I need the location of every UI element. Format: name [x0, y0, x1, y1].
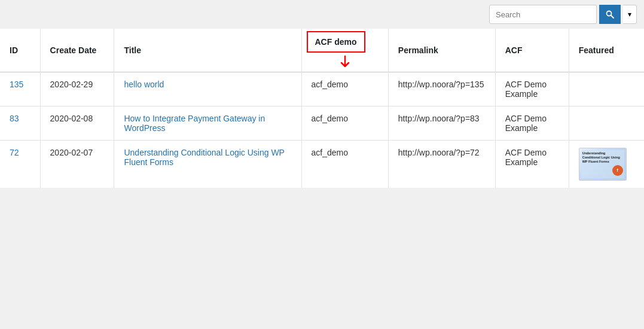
table-row: 83 2020-02-08 How to Integrate Payment G…	[0, 106, 644, 141]
cell-acf-135: ACF Demo Example	[495, 72, 569, 106]
cell-permalink-135: http://wp.noora/?p=135	[388, 72, 495, 106]
cell-date-135: 2020-02-29	[40, 72, 114, 106]
col-header-permalink: Permalink	[388, 29, 495, 72]
featured-image-inner: Understanding Conditional Logic Using WP…	[581, 150, 624, 178]
cell-acf-72: ACF Demo Example	[495, 141, 569, 188]
cell-title-83: How to Integrate Payment Gateway in Word…	[114, 106, 301, 141]
col-header-featured: Featured	[569, 29, 644, 72]
post-title-link-72[interactable]: Understanding Conditional Logic Using WP…	[124, 148, 284, 167]
acf-demo-highlight-box: ACF demo	[307, 31, 365, 53]
featured-image-thumbnail: Understanding Conditional Logic Using WP…	[579, 148, 627, 181]
svg-line-1	[611, 16, 614, 19]
cell-title-72: Understanding Conditional Logic Using WP…	[114, 141, 301, 188]
post-id-link-72[interactable]: 72	[10, 148, 19, 157]
col-header-create-date: Create Date	[40, 29, 114, 72]
col-header-acf: ACF	[495, 29, 569, 72]
table-row: 135 2020-02-29 hello world acf_demo http…	[0, 72, 644, 106]
col-header-id: ID	[0, 29, 40, 72]
cell-date-72: 2020-02-07	[40, 141, 114, 188]
search-button[interactable]	[599, 5, 621, 24]
post-title-link-83[interactable]: How to Integrate Payment Gateway in Word…	[124, 114, 265, 133]
cell-date-83: 2020-02-08	[40, 106, 114, 141]
search-input[interactable]	[489, 5, 597, 24]
featured-image-accent: f	[612, 165, 623, 176]
cell-acf-demo-83: acf_demo	[301, 106, 388, 141]
cell-acf-83: ACF Demo Example	[495, 106, 569, 141]
post-id-link-135[interactable]: 135	[10, 80, 23, 89]
cell-title-135: hello world	[114, 72, 301, 106]
cell-id-83: 83	[0, 106, 40, 141]
cell-permalink-83: http://wp.noora/?p=83	[388, 106, 495, 141]
cell-id-135: 135	[0, 72, 40, 106]
top-bar: ▾	[0, 0, 644, 29]
page-wrapper: ▾ ID Create Date Title A	[0, 0, 644, 329]
featured-image-text: Understanding Conditional Logic Using WP…	[582, 151, 623, 164]
arrow-indicator	[307, 55, 383, 69]
search-dropdown-button[interactable]: ▾	[623, 5, 637, 24]
search-icon	[606, 10, 614, 19]
post-title-link-135[interactable]: hello world	[124, 80, 164, 89]
cell-acf-demo-135: acf_demo	[301, 72, 388, 106]
cell-featured-72: Understanding Conditional Logic Using WP…	[569, 141, 644, 188]
col-header-title: Title	[114, 29, 301, 72]
cell-acf-demo-72: acf_demo	[301, 141, 388, 188]
chevron-down-icon: ▾	[628, 10, 631, 19]
cell-permalink-72: http://wp.noora/?p=72	[388, 141, 495, 188]
cell-featured-83	[569, 106, 644, 141]
post-id-link-83[interactable]: 83	[10, 114, 19, 123]
table-header-row: ID Create Date Title ACF demo	[0, 29, 644, 72]
table-container: ID Create Date Title ACF demo	[0, 29, 644, 188]
col-header-acf-demo: ACF demo	[301, 29, 388, 72]
cell-featured-135	[569, 72, 644, 106]
arrow-down-icon	[338, 55, 352, 69]
table-row: 72 2020-02-07 Understanding Conditional …	[0, 141, 644, 188]
posts-table: ID Create Date Title ACF demo	[0, 29, 644, 188]
cell-id-72: 72	[0, 141, 40, 188]
